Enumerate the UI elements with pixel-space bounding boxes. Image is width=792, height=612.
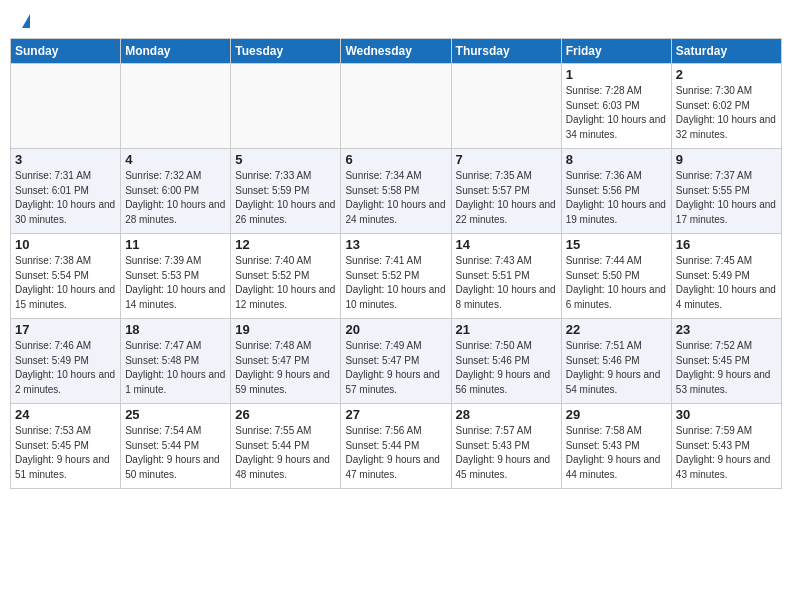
day-number: 14	[456, 237, 557, 252]
day-number: 9	[676, 152, 777, 167]
day-info: Sunrise: 7:40 AM Sunset: 5:52 PM Dayligh…	[235, 254, 336, 312]
day-number: 27	[345, 407, 446, 422]
day-info: Sunrise: 7:30 AM Sunset: 6:02 PM Dayligh…	[676, 84, 777, 142]
day-info: Sunrise: 7:53 AM Sunset: 5:45 PM Dayligh…	[15, 424, 116, 482]
day-info: Sunrise: 7:58 AM Sunset: 5:43 PM Dayligh…	[566, 424, 667, 482]
day-info: Sunrise: 7:54 AM Sunset: 5:44 PM Dayligh…	[125, 424, 226, 482]
day-info: Sunrise: 7:52 AM Sunset: 5:45 PM Dayligh…	[676, 339, 777, 397]
header-cell-sunday: Sunday	[11, 39, 121, 64]
day-info: Sunrise: 7:37 AM Sunset: 5:55 PM Dayligh…	[676, 169, 777, 227]
day-info: Sunrise: 7:57 AM Sunset: 5:43 PM Dayligh…	[456, 424, 557, 482]
calendar-cell: 26Sunrise: 7:55 AM Sunset: 5:44 PM Dayli…	[231, 404, 341, 489]
calendar-cell: 5Sunrise: 7:33 AM Sunset: 5:59 PM Daylig…	[231, 149, 341, 234]
day-number: 20	[345, 322, 446, 337]
calendar-cell: 25Sunrise: 7:54 AM Sunset: 5:44 PM Dayli…	[121, 404, 231, 489]
calendar-header: SundayMondayTuesdayWednesdayThursdayFrid…	[11, 39, 782, 64]
day-number: 23	[676, 322, 777, 337]
calendar-cell: 13Sunrise: 7:41 AM Sunset: 5:52 PM Dayli…	[341, 234, 451, 319]
calendar-week-row: 24Sunrise: 7:53 AM Sunset: 5:45 PM Dayli…	[11, 404, 782, 489]
calendar-body: 1Sunrise: 7:28 AM Sunset: 6:03 PM Daylig…	[11, 64, 782, 489]
day-number: 4	[125, 152, 226, 167]
day-info: Sunrise: 7:33 AM Sunset: 5:59 PM Dayligh…	[235, 169, 336, 227]
calendar-week-row: 1Sunrise: 7:28 AM Sunset: 6:03 PM Daylig…	[11, 64, 782, 149]
calendar-cell: 22Sunrise: 7:51 AM Sunset: 5:46 PM Dayli…	[561, 319, 671, 404]
calendar-cell: 6Sunrise: 7:34 AM Sunset: 5:58 PM Daylig…	[341, 149, 451, 234]
calendar-cell: 3Sunrise: 7:31 AM Sunset: 6:01 PM Daylig…	[11, 149, 121, 234]
header-cell-saturday: Saturday	[671, 39, 781, 64]
day-number: 7	[456, 152, 557, 167]
logo	[18, 14, 30, 28]
calendar-table: SundayMondayTuesdayWednesdayThursdayFrid…	[10, 38, 782, 489]
calendar-cell	[231, 64, 341, 149]
day-info: Sunrise: 7:56 AM Sunset: 5:44 PM Dayligh…	[345, 424, 446, 482]
header-cell-tuesday: Tuesday	[231, 39, 341, 64]
calendar-cell: 12Sunrise: 7:40 AM Sunset: 5:52 PM Dayli…	[231, 234, 341, 319]
calendar-cell: 23Sunrise: 7:52 AM Sunset: 5:45 PM Dayli…	[671, 319, 781, 404]
calendar-cell: 21Sunrise: 7:50 AM Sunset: 5:46 PM Dayli…	[451, 319, 561, 404]
calendar-cell: 8Sunrise: 7:36 AM Sunset: 5:56 PM Daylig…	[561, 149, 671, 234]
calendar-cell: 20Sunrise: 7:49 AM Sunset: 5:47 PM Dayli…	[341, 319, 451, 404]
day-info: Sunrise: 7:45 AM Sunset: 5:49 PM Dayligh…	[676, 254, 777, 312]
day-number: 1	[566, 67, 667, 82]
day-number: 28	[456, 407, 557, 422]
calendar-cell: 1Sunrise: 7:28 AM Sunset: 6:03 PM Daylig…	[561, 64, 671, 149]
calendar-cell: 9Sunrise: 7:37 AM Sunset: 5:55 PM Daylig…	[671, 149, 781, 234]
day-info: Sunrise: 7:49 AM Sunset: 5:47 PM Dayligh…	[345, 339, 446, 397]
day-info: Sunrise: 7:39 AM Sunset: 5:53 PM Dayligh…	[125, 254, 226, 312]
calendar-cell: 28Sunrise: 7:57 AM Sunset: 5:43 PM Dayli…	[451, 404, 561, 489]
header-row: SundayMondayTuesdayWednesdayThursdayFrid…	[11, 39, 782, 64]
day-number: 8	[566, 152, 667, 167]
day-number: 16	[676, 237, 777, 252]
calendar-cell: 4Sunrise: 7:32 AM Sunset: 6:00 PM Daylig…	[121, 149, 231, 234]
day-info: Sunrise: 7:38 AM Sunset: 5:54 PM Dayligh…	[15, 254, 116, 312]
calendar-cell: 7Sunrise: 7:35 AM Sunset: 5:57 PM Daylig…	[451, 149, 561, 234]
day-info: Sunrise: 7:46 AM Sunset: 5:49 PM Dayligh…	[15, 339, 116, 397]
calendar-cell: 15Sunrise: 7:44 AM Sunset: 5:50 PM Dayli…	[561, 234, 671, 319]
calendar-cell: 2Sunrise: 7:30 AM Sunset: 6:02 PM Daylig…	[671, 64, 781, 149]
day-info: Sunrise: 7:41 AM Sunset: 5:52 PM Dayligh…	[345, 254, 446, 312]
day-number: 6	[345, 152, 446, 167]
day-info: Sunrise: 7:59 AM Sunset: 5:43 PM Dayligh…	[676, 424, 777, 482]
calendar-cell: 16Sunrise: 7:45 AM Sunset: 5:49 PM Dayli…	[671, 234, 781, 319]
page-header	[10, 10, 782, 32]
calendar-cell	[11, 64, 121, 149]
day-info: Sunrise: 7:32 AM Sunset: 6:00 PM Dayligh…	[125, 169, 226, 227]
day-number: 3	[15, 152, 116, 167]
day-info: Sunrise: 7:36 AM Sunset: 5:56 PM Dayligh…	[566, 169, 667, 227]
day-info: Sunrise: 7:28 AM Sunset: 6:03 PM Dayligh…	[566, 84, 667, 142]
day-info: Sunrise: 7:48 AM Sunset: 5:47 PM Dayligh…	[235, 339, 336, 397]
day-info: Sunrise: 7:31 AM Sunset: 6:01 PM Dayligh…	[15, 169, 116, 227]
day-number: 21	[456, 322, 557, 337]
day-info: Sunrise: 7:35 AM Sunset: 5:57 PM Dayligh…	[456, 169, 557, 227]
day-number: 10	[15, 237, 116, 252]
day-info: Sunrise: 7:44 AM Sunset: 5:50 PM Dayligh…	[566, 254, 667, 312]
day-number: 29	[566, 407, 667, 422]
day-number: 18	[125, 322, 226, 337]
calendar-cell	[451, 64, 561, 149]
calendar-cell: 27Sunrise: 7:56 AM Sunset: 5:44 PM Dayli…	[341, 404, 451, 489]
logo-triangle-icon	[22, 14, 30, 28]
day-number: 13	[345, 237, 446, 252]
day-number: 15	[566, 237, 667, 252]
day-number: 22	[566, 322, 667, 337]
calendar-cell: 29Sunrise: 7:58 AM Sunset: 5:43 PM Dayli…	[561, 404, 671, 489]
day-number: 12	[235, 237, 336, 252]
day-number: 26	[235, 407, 336, 422]
calendar-week-row: 17Sunrise: 7:46 AM Sunset: 5:49 PM Dayli…	[11, 319, 782, 404]
day-number: 2	[676, 67, 777, 82]
header-cell-wednesday: Wednesday	[341, 39, 451, 64]
calendar-week-row: 3Sunrise: 7:31 AM Sunset: 6:01 PM Daylig…	[11, 149, 782, 234]
header-cell-friday: Friday	[561, 39, 671, 64]
day-number: 30	[676, 407, 777, 422]
calendar-cell: 11Sunrise: 7:39 AM Sunset: 5:53 PM Dayli…	[121, 234, 231, 319]
calendar-cell: 24Sunrise: 7:53 AM Sunset: 5:45 PM Dayli…	[11, 404, 121, 489]
day-number: 19	[235, 322, 336, 337]
day-number: 5	[235, 152, 336, 167]
calendar-cell: 19Sunrise: 7:48 AM Sunset: 5:47 PM Dayli…	[231, 319, 341, 404]
day-number: 11	[125, 237, 226, 252]
day-number: 24	[15, 407, 116, 422]
day-info: Sunrise: 7:51 AM Sunset: 5:46 PM Dayligh…	[566, 339, 667, 397]
calendar-cell: 30Sunrise: 7:59 AM Sunset: 5:43 PM Dayli…	[671, 404, 781, 489]
calendar-week-row: 10Sunrise: 7:38 AM Sunset: 5:54 PM Dayli…	[11, 234, 782, 319]
calendar-cell: 10Sunrise: 7:38 AM Sunset: 5:54 PM Dayli…	[11, 234, 121, 319]
